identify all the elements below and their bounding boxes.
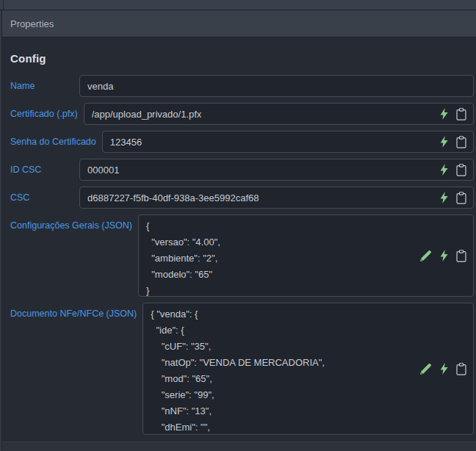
field-row-certificado: Certificado (.pfx) bbox=[10, 103, 474, 125]
bolt-icon[interactable] bbox=[440, 192, 448, 203]
name-label: Name bbox=[10, 81, 79, 91]
field-icons bbox=[415, 250, 473, 262]
config-form: Config Name Certificado (.pfx) Senha do … bbox=[0, 37, 476, 435]
field-icons bbox=[436, 136, 473, 148]
bolt-icon[interactable] bbox=[440, 136, 448, 148]
field-row-senha: Senha do Certificado bbox=[10, 131, 474, 153]
properties-header: Properties bbox=[0, 10, 476, 37]
idcsc-fieldbox bbox=[79, 159, 474, 181]
documento-textarea[interactable]: { "venda": { "ide": { "cUF": "35", "natO… bbox=[143, 303, 415, 434]
clipboard-icon[interactable] bbox=[456, 136, 466, 148]
senha-label: Senha do Certificado bbox=[10, 137, 102, 147]
csc-label: CSC bbox=[10, 192, 79, 203]
clipboard-icon[interactable] bbox=[456, 250, 466, 262]
top-toolbar bbox=[0, 0, 476, 10]
idcsc-input[interactable] bbox=[80, 159, 436, 180]
field-icons bbox=[415, 363, 473, 375]
field-icons bbox=[436, 108, 473, 120]
properties-title: Properties bbox=[10, 18, 54, 29]
csc-fieldbox bbox=[79, 187, 474, 209]
config-gerais-fieldbox: { "versao": "4.00", "ambiente": "2", "mo… bbox=[138, 214, 474, 297]
name-fieldbox bbox=[79, 75, 474, 97]
pencil-icon[interactable] bbox=[419, 363, 432, 375]
config-gerais-label: Configurações Gerais (JSON) bbox=[10, 214, 138, 231]
name-input[interactable] bbox=[80, 76, 473, 96]
clipboard-icon[interactable] bbox=[456, 164, 466, 176]
field-row-name: Name bbox=[10, 75, 474, 97]
field-icons bbox=[436, 192, 473, 204]
certificado-label: Certificado (.pfx) bbox=[10, 109, 84, 119]
documento-fieldbox: { "venda": { "ide": { "cUF": "35", "natO… bbox=[143, 303, 474, 435]
field-row-csc: CSC bbox=[10, 187, 474, 209]
field-row-idcsc: ID CSC bbox=[10, 159, 474, 181]
idcsc-label: ID CSC bbox=[10, 165, 79, 175]
clipboard-icon[interactable] bbox=[456, 192, 466, 204]
bolt-icon[interactable] bbox=[440, 164, 448, 176]
config-gerais-textarea[interactable]: { "versao": "4.00", "ambiente": "2", "mo… bbox=[139, 215, 415, 296]
clipboard-icon[interactable] bbox=[456, 363, 466, 375]
field-icons bbox=[436, 164, 473, 176]
pencil-icon[interactable] bbox=[419, 250, 432, 262]
field-row-documento: Documento NFe/NFCe (JSON) { "venda": { "… bbox=[10, 303, 474, 435]
certificado-input[interactable] bbox=[84, 104, 436, 124]
field-row-config-gerais: Configurações Gerais (JSON) { "versao": … bbox=[10, 214, 474, 297]
senha-fieldbox bbox=[102, 131, 474, 153]
bolt-icon[interactable] bbox=[440, 363, 448, 375]
bolt-icon[interactable] bbox=[440, 108, 448, 120]
clipboard-icon[interactable] bbox=[456, 108, 466, 120]
toolbar-divider bbox=[3, 0, 4, 10]
senha-input[interactable] bbox=[103, 131, 436, 152]
documento-label: Documento NFe/NFCe (JSON) bbox=[10, 303, 143, 319]
certificado-fieldbox bbox=[84, 103, 474, 125]
panel-footer bbox=[0, 441, 476, 451]
csc-input[interactable] bbox=[80, 187, 436, 208]
section-title: Config bbox=[10, 52, 474, 65]
panel-resize-handle[interactable] bbox=[0, 10, 2, 451]
bolt-icon[interactable] bbox=[440, 250, 448, 261]
